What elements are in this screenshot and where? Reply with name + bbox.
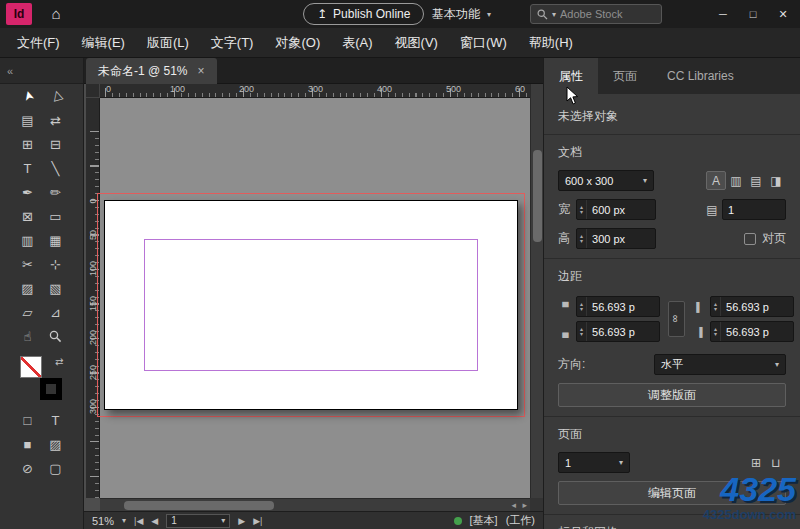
- grid-tool[interactable]: ▦: [42, 228, 70, 252]
- preflight-status-icon[interactable]: [454, 517, 462, 525]
- delete-page-button[interactable]: ⊔: [766, 453, 786, 472]
- document-page[interactable]: [104, 200, 518, 410]
- free-transform-tool[interactable]: ⊹: [42, 252, 70, 276]
- edit-pages-button[interactable]: 编辑页面: [558, 481, 786, 505]
- direction-select[interactable]: 水平 ▾: [654, 354, 786, 375]
- pen-tool[interactable]: ✒: [14, 180, 42, 204]
- menu-table[interactable]: 表(A): [331, 28, 383, 58]
- menu-type[interactable]: 文字(T): [200, 28, 265, 58]
- horizontal-ruler[interactable]: 0 100 200 300 400 500 60: [100, 84, 530, 98]
- swap-fill-stroke-icon[interactable]: ⇄: [55, 356, 63, 367]
- page-count-field[interactable]: 1: [722, 199, 786, 220]
- menu-object[interactable]: 对象(O): [264, 28, 331, 58]
- search-input[interactable]: [560, 8, 644, 20]
- gap-tool[interactable]: ⇄: [42, 108, 70, 132]
- note-tool[interactable]: ▱: [14, 300, 42, 324]
- menu-file[interactable]: 文件(F): [6, 28, 71, 58]
- current-page-select[interactable]: 1 ▾: [558, 452, 630, 473]
- link-margins-button[interactable]: ∞: [668, 301, 685, 337]
- horizontal-scrollbar-thumb[interactable]: [124, 501, 274, 510]
- hand-tool[interactable]: ☝: [14, 324, 42, 348]
- tab-cc-libraries[interactable]: CC Libraries: [652, 58, 749, 94]
- rectangle-tool[interactable]: ▭: [42, 204, 70, 228]
- fill-swatch[interactable]: [20, 356, 42, 378]
- ruler-origin-corner[interactable]: [86, 84, 100, 98]
- gradient-swatch-tool[interactable]: ▨: [14, 276, 42, 300]
- line-tool[interactable]: ╲: [42, 156, 70, 180]
- scroll-right-icon[interactable]: ▸: [522, 500, 527, 510]
- maximize-button[interactable]: □: [740, 4, 766, 24]
- workspace-status[interactable]: (工作): [506, 513, 535, 528]
- tab-pages[interactable]: 页面: [598, 58, 652, 94]
- top-margin-field[interactable]: ▴▾ 56.693 p: [576, 296, 660, 317]
- left-margin-stepper[interactable]: ▴▾: [711, 297, 721, 316]
- preflight-profile[interactable]: [基本]: [470, 513, 498, 528]
- apply-none-button[interactable]: ⊘: [14, 456, 42, 480]
- bottom-margin-stepper[interactable]: ▴▾: [577, 322, 587, 341]
- orientation-icon-button[interactable]: ◨: [766, 171, 786, 190]
- facing-pages-checkbox[interactable]: [744, 233, 756, 245]
- left-margin-field[interactable]: ▴▾ 56.693 p: [710, 296, 794, 317]
- apply-color-button[interactable]: ■: [14, 432, 42, 456]
- apply-gradient-button[interactable]: ▨: [42, 432, 70, 456]
- last-page-button[interactable]: ▶|: [253, 516, 262, 526]
- right-margin-field[interactable]: ▴▾ 56.693 p: [710, 321, 794, 342]
- height-field[interactable]: ▴▾ 300 px: [576, 228, 656, 249]
- stroke-swatch[interactable]: [40, 378, 62, 400]
- close-button[interactable]: ✕: [770, 4, 796, 24]
- pasteboard[interactable]: [100, 98, 530, 498]
- zoom-tool[interactable]: [42, 324, 70, 348]
- home-icon[interactable]: ⌂: [44, 4, 68, 24]
- formatting-affects-text-button[interactable]: T: [42, 408, 70, 432]
- document-tab[interactable]: 未命名-1 @ 51% ×: [86, 58, 217, 84]
- columns-icon-button[interactable]: ▤: [746, 171, 766, 190]
- scroll-left-icon[interactable]: ◂: [511, 500, 516, 510]
- facing-pages-icon-button[interactable]: ▥: [726, 171, 746, 190]
- horizontal-scrollbar[interactable]: ◂ ▸: [100, 498, 530, 511]
- adobe-stock-search[interactable]: ▾: [530, 4, 662, 24]
- add-page-button[interactable]: ⊞: [746, 453, 766, 472]
- rectangle-frame-tool[interactable]: ⊠: [14, 204, 42, 228]
- gradient-feather-tool[interactable]: ▧: [42, 276, 70, 300]
- zoom-level[interactable]: 51%: [92, 515, 114, 527]
- content-collector-tool[interactable]: ⊞: [14, 132, 42, 156]
- page-tool[interactable]: ▤: [14, 108, 42, 132]
- vertical-scrollbar-thumb[interactable]: [533, 150, 542, 242]
- eyedropper-tool[interactable]: ⊿: [42, 300, 70, 324]
- menu-view[interactable]: 视图(V): [384, 28, 449, 58]
- previous-page-button[interactable]: ◀: [151, 516, 158, 526]
- adjust-layout-button[interactable]: 调整版面: [558, 383, 786, 407]
- search-scope-chevron-icon[interactable]: ▾: [552, 10, 556, 19]
- facing-pages-label: 对页: [762, 230, 786, 247]
- menu-help[interactable]: 帮助(H): [518, 28, 584, 58]
- publish-online-button[interactable]: ↥ Publish Online: [303, 3, 424, 25]
- tab-close-icon[interactable]: ×: [198, 64, 205, 78]
- next-page-button[interactable]: ▶: [238, 516, 245, 526]
- height-stepper[interactable]: ▴▾: [577, 229, 587, 248]
- minimize-button[interactable]: ─: [710, 4, 736, 24]
- pencil-tool[interactable]: ✏: [42, 180, 70, 204]
- menu-layout[interactable]: 版面(L): [136, 28, 200, 58]
- width-field[interactable]: ▴▾ 600 px: [576, 199, 656, 220]
- collapse-panel-icon[interactable]: «: [7, 65, 13, 77]
- scissors-tool[interactable]: ✂: [14, 252, 42, 276]
- width-stepper[interactable]: ▴▾: [577, 200, 587, 219]
- type-tool[interactable]: T: [14, 156, 42, 180]
- zoom-chevron-icon[interactable]: ▾: [122, 516, 126, 525]
- frame-grid-tool[interactable]: ▥: [14, 228, 42, 252]
- content-placer-tool[interactable]: ⊟: [42, 132, 70, 156]
- vertical-scrollbar[interactable]: [530, 84, 543, 498]
- top-margin-stepper[interactable]: ▴▾: [577, 297, 587, 316]
- indesign-logo-icon[interactable]: Id: [6, 3, 32, 25]
- document-setup-button[interactable]: A: [706, 171, 726, 190]
- page-number-dropdown[interactable]: 1 ▾: [166, 514, 230, 528]
- screen-mode-button[interactable]: ▢: [42, 456, 70, 480]
- first-page-button[interactable]: |◀: [134, 516, 143, 526]
- bottom-margin-field[interactable]: ▴▾ 56.693 p: [576, 321, 660, 342]
- page-size-select[interactable]: 600 x 300 ▾: [558, 170, 654, 191]
- right-margin-stepper[interactable]: ▴▾: [711, 322, 721, 341]
- menu-window[interactable]: 窗口(W): [449, 28, 518, 58]
- workspace-switcher[interactable]: 基本功能 ▾: [432, 6, 491, 23]
- menu-edit[interactable]: 编辑(E): [71, 28, 136, 58]
- formatting-affects-container-button[interactable]: □: [14, 408, 42, 432]
